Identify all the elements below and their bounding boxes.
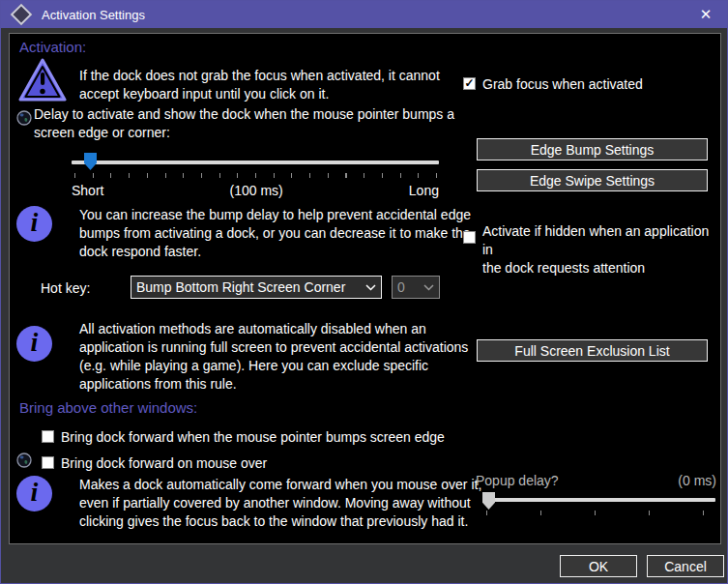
- warning-icon: [18, 58, 67, 106]
- popup-delay-label: Popup delay?: [476, 473, 559, 488]
- app-diamond-icon: [11, 4, 33, 26]
- hotkey-selected-value: Bump Bottom Right Screen Corner: [136, 279, 345, 295]
- edge-swipe-settings-button[interactable]: Edge Swipe Settings: [477, 169, 708, 191]
- bump-forward-checkbox[interactable]: ✓: [42, 430, 54, 443]
- check-icon: ✓: [464, 78, 474, 89]
- focus-warning-text: If the dock does not grab the focus when…: [79, 67, 440, 103]
- slider-label-current: (100 ms): [230, 183, 283, 198]
- settings-panel: Activation: If the dock does not grab th…: [9, 33, 721, 544]
- bump-info-text: You can increase the bump delay to help …: [79, 206, 471, 261]
- globe-icon: [16, 110, 32, 130]
- popup-delay-value: (0 ms): [678, 473, 716, 488]
- hotkey-label: Hot key:: [41, 279, 90, 298]
- popup-delay-slider-track: [488, 498, 715, 502]
- info-icon: i: [16, 326, 52, 362]
- popup-delay-tick-marks: [486, 511, 705, 515]
- info-icon: i: [16, 206, 52, 242]
- bump-delay-slider-labels: Short (100 ms) Long: [72, 183, 439, 198]
- hotkey-modifier-value: 0: [397, 279, 405, 295]
- popup-delay-slider-thumb: [482, 492, 495, 510]
- bump-forward-label: Bring dock forward when the mouse pointe…: [61, 428, 445, 447]
- attention-checkbox[interactable]: ✓: [463, 231, 476, 244]
- grab-focus-label: Grab focus when activated: [482, 75, 643, 94]
- slider-label-short: Short: [72, 183, 103, 198]
- fullscreen-info-text: All activation methods are automatically…: [79, 320, 468, 394]
- title-bar: Activation Settings: [1, 1, 727, 28]
- grab-focus-checkbox[interactable]: ✓: [463, 77, 476, 90]
- edge-bump-settings-button[interactable]: Edge Bump Settings: [477, 138, 708, 161]
- ok-button[interactable]: OK: [560, 555, 637, 577]
- activation-section-heading: Activation:: [19, 39, 86, 55]
- info-icon: i: [16, 476, 52, 511]
- slider-label-long: Long: [409, 183, 439, 198]
- hotkey-dropdown[interactable]: Bump Bottom Right Screen Corner: [131, 276, 382, 299]
- bump-delay-slider-thumb[interactable]: [84, 153, 97, 170]
- window-title: Activation Settings: [42, 8, 145, 22]
- bump-delay-tick-marks: [74, 173, 440, 178]
- attention-label: Activate if hidden when an application i…: [482, 222, 720, 277]
- close-icon[interactable]: ✕: [684, 1, 727, 28]
- bring-above-section-heading: Bring above other windows:: [19, 399, 197, 416]
- delay-label: Delay to activate and show the dock when…: [34, 105, 454, 142]
- mouse-over-checkbox[interactable]: ✓: [42, 456, 54, 469]
- activation-settings-window: Activation Settings ✕ Activation: If the…: [0, 0, 728, 584]
- bump-delay-slider-track[interactable]: [72, 161, 439, 164]
- mouseover-info-text: Makes a dock automatically come forward …: [79, 476, 481, 531]
- fullscreen-exclusion-button[interactable]: Full Screen Exclusion List: [477, 339, 708, 362]
- chevron-down-icon: [423, 284, 434, 291]
- hotkey-modifier-dropdown: 0: [392, 276, 440, 299]
- chevron-down-icon: [365, 284, 376, 291]
- cancel-button[interactable]: Cancel: [647, 555, 724, 577]
- mouse-over-label: Bring dock forward on mouse over: [61, 454, 267, 473]
- globe-icon: [16, 453, 32, 472]
- popup-delay-row: Popup delay? (0 ms): [476, 473, 716, 488]
